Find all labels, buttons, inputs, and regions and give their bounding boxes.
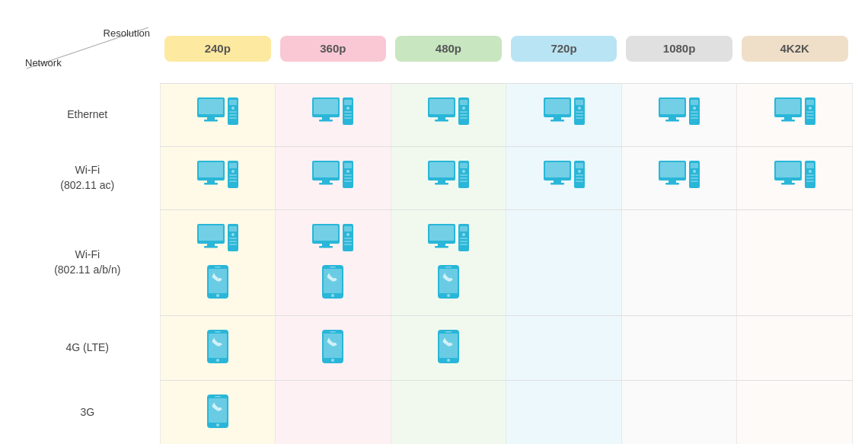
svg-rect-4 (204, 120, 218, 122)
svg-rect-43 (669, 117, 676, 120)
icon-wrapper-ethernet-col0 (164, 90, 273, 140)
icon-wrapper-wifi-ac-col5 (740, 153, 849, 203)
computer-icon-wifi-abn-col1 (312, 224, 353, 259)
col-label-240p: 240p (200, 34, 235, 62)
cell-ethernet-col5 (737, 83, 853, 146)
cell-3g-col1 (276, 380, 391, 444)
cell-wifi-abn-col5 (737, 209, 853, 315)
svg-rect-128 (229, 238, 237, 239)
col-label-720p: 720p (546, 34, 581, 62)
icon-wrapper-ethernet-col3 (509, 90, 618, 140)
cell-ethernet-col3 (506, 83, 622, 146)
computer-icon-wifi-abn-col0 (197, 224, 238, 259)
svg-rect-53 (784, 117, 792, 120)
svg-point-107 (693, 170, 696, 173)
svg-rect-36 (576, 100, 583, 105)
svg-rect-100 (576, 180, 583, 182)
icon-wrapper-wifi-ac-col3 (509, 153, 618, 203)
row-label-text-4g-lte-0: 4G (LTE) (65, 341, 109, 353)
icon-wrapper-wifi-ac-col0 (164, 153, 273, 203)
computer-icon-wifi-ac-col5 (774, 161, 815, 196)
svg-rect-26 (460, 100, 468, 105)
svg-point-17 (346, 107, 349, 110)
svg-point-57 (809, 107, 812, 110)
svg-rect-64 (204, 183, 218, 185)
svg-point-161 (447, 294, 450, 297)
svg-rect-122 (199, 225, 223, 241)
svg-rect-40 (576, 117, 583, 119)
svg-rect-83 (438, 180, 445, 183)
cell-wifi-abn-col2 (391, 209, 506, 315)
svg-rect-34 (550, 120, 564, 122)
svg-rect-140 (344, 226, 352, 232)
svg-rect-49 (691, 114, 698, 116)
col-header-480p: 480p (391, 15, 506, 83)
computer-icon-ethernet-col0 (197, 97, 238, 133)
svg-rect-123 (207, 244, 215, 246)
svg-rect-18 (344, 111, 352, 113)
cell-wifi-ac-col3 (506, 146, 622, 209)
svg-rect-84 (435, 183, 448, 185)
cell-ethernet-col0 (160, 83, 276, 146)
svg-point-173 (447, 359, 450, 362)
svg-rect-144 (344, 244, 352, 245)
phone-icon-4g-lte-col1 (322, 330, 343, 366)
cell-ethernet-col1 (276, 83, 391, 146)
svg-rect-156 (460, 238, 468, 239)
resolution-axis-label: Resolution (104, 27, 150, 39)
phone-icon-3g-col0 (207, 394, 228, 431)
cell-3g-col2 (391, 380, 506, 444)
cell-4g-lte-col3 (506, 315, 622, 380)
svg-rect-80 (344, 180, 352, 182)
svg-rect-32 (545, 99, 570, 114)
svg-rect-86 (460, 163, 468, 168)
svg-rect-39 (576, 114, 583, 116)
row-wifi-ac: Wi-Fi(802.11 ac) (15, 146, 853, 209)
cell-4g-lte-col0 (160, 315, 276, 380)
col-header-720p: 720p (506, 15, 622, 83)
svg-rect-112 (776, 162, 800, 177)
svg-point-165 (216, 359, 219, 362)
phone-icon-wifi-abn-col1 (322, 265, 343, 302)
computer-icon-wifi-ac-col2 (428, 161, 469, 196)
svg-rect-54 (781, 120, 795, 122)
svg-point-67 (231, 170, 235, 173)
svg-rect-109 (691, 177, 698, 179)
icon-wrapper-wifi-abn-col2 (394, 216, 503, 309)
icon-wrapper-wifi-ac-col2 (394, 153, 503, 203)
svg-rect-73 (322, 180, 330, 183)
svg-point-97 (578, 170, 581, 173)
svg-rect-166 (215, 331, 221, 333)
cell-ethernet-col4 (621, 83, 737, 146)
svg-point-117 (809, 170, 812, 173)
svg-rect-138 (319, 246, 333, 248)
col-header-4k2k: 4K2K (737, 15, 853, 83)
svg-rect-28 (460, 111, 468, 113)
cell-3g-col4 (621, 380, 737, 444)
cell-wifi-ac-col4 (621, 146, 737, 209)
svg-rect-174 (445, 331, 452, 333)
svg-rect-162 (445, 267, 452, 268)
computer-icon-wifi-ac-col4 (659, 161, 700, 196)
svg-point-127 (231, 233, 235, 236)
cell-ethernet-col2 (391, 83, 506, 146)
svg-rect-158 (460, 244, 468, 245)
icon-wrapper-4g-lte-col2 (394, 322, 503, 374)
compatibility-table: Resolution Network 240p 360p 480 (15, 15, 853, 444)
svg-point-155 (462, 233, 465, 236)
svg-rect-120 (806, 180, 814, 182)
row-label-text-ethernet-0: Ethernet (67, 108, 107, 120)
computer-icon-ethernet-col2 (428, 97, 469, 133)
svg-rect-69 (229, 177, 237, 179)
icon-wrapper-ethernet-col4 (625, 90, 734, 140)
svg-rect-150 (429, 225, 454, 241)
row-label-ethernet: Ethernet (15, 83, 160, 146)
svg-point-133 (216, 294, 219, 297)
computer-icon-ethernet-col3 (544, 97, 585, 133)
icon-wrapper-wifi-ac-col4 (625, 153, 734, 203)
chart-container: Resolution Network 240p 360p 480 (15, 15, 853, 444)
col-header-1080p: 1080p (621, 15, 737, 83)
svg-rect-151 (438, 244, 445, 246)
svg-rect-74 (319, 183, 333, 185)
computer-icon-ethernet-col5 (774, 97, 815, 133)
